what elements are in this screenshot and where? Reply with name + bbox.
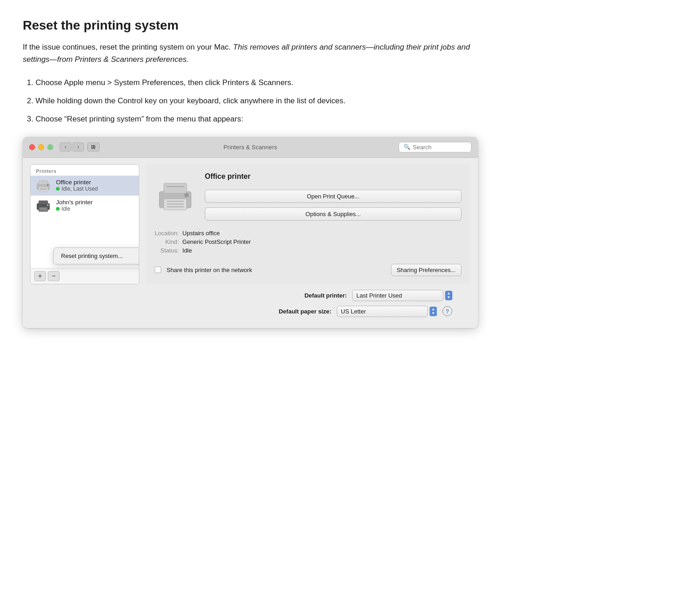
location-value: Upstairs office — [182, 230, 461, 237]
detail-header: Office printer Open Print Queue... Optio… — [155, 172, 461, 221]
johns-printer-info: John's printer Idle — [56, 199, 93, 212]
remove-printer-button[interactable]: − — [48, 271, 60, 281]
printer-detail-panel: Office printer Open Print Queue... Optio… — [146, 164, 471, 284]
main-content: Printers — [23, 158, 478, 284]
steps-list: Choose Apple menu > System Preferences, … — [35, 76, 478, 126]
svg-rect-7 — [39, 201, 48, 204]
status-value: Idle — [182, 247, 461, 254]
intro-text-normal: If the issue continues, reset the printi… — [23, 43, 231, 51]
svg-point-11 — [47, 204, 49, 206]
office-printer-status: Idle, Last Used — [56, 186, 98, 192]
johns-printer-name: John's printer — [56, 199, 93, 206]
printer-info-grid: Location: Upstairs office Kind: Generic … — [155, 230, 461, 254]
sidebar-item-office-printer[interactable]: Office printer Idle, Last Used — [30, 176, 139, 196]
default-paper-arrows[interactable]: ▲ ▼ — [430, 307, 437, 316]
kind-label: Kind: — [155, 238, 179, 245]
down-arrow-paper: ▼ — [431, 312, 435, 315]
svg-rect-19 — [167, 186, 184, 187]
default-paper-label: Default paper size: — [277, 308, 331, 315]
office-status-text: Idle, Last Used — [61, 186, 98, 192]
up-arrow-paper: ▲ — [431, 308, 435, 311]
svg-rect-13 — [164, 183, 187, 193]
office-status-dot — [56, 187, 60, 191]
office-printer-name: Office printer — [56, 179, 98, 186]
printer-detail-image — [155, 177, 196, 218]
sharing-preferences-button[interactable]: Sharing Preferences... — [391, 264, 461, 276]
up-arrow: ▲ — [447, 292, 451, 295]
open-print-queue-button[interactable]: Open Print Queue... — [205, 190, 461, 203]
svg-rect-3 — [40, 188, 47, 189]
office-printer-icon — [35, 179, 51, 192]
office-printer-info: Office printer Idle, Last Used — [56, 179, 98, 192]
svg-rect-16 — [167, 203, 184, 205]
search-input[interactable] — [413, 144, 466, 151]
back-button[interactable]: ‹ — [60, 142, 71, 151]
default-paper-value: US Letter — [341, 308, 366, 315]
default-printer-value: Last Printer Used — [356, 292, 402, 299]
fullscreen-button[interactable] — [47, 144, 53, 150]
nav-buttons: ‹ › — [60, 142, 84, 151]
default-paper-row: Default paper size: US Letter ▲ ▼ ? — [30, 306, 471, 317]
printer-detail-name: Office printer — [205, 172, 250, 181]
minimize-button[interactable] — [38, 144, 44, 150]
location-label: Location: — [155, 230, 179, 237]
default-paper-select[interactable]: US Letter — [337, 306, 428, 317]
johns-status-dot — [56, 207, 60, 211]
grid-button[interactable]: ⊞ — [87, 142, 100, 151]
step-3: Choose “Reset printing system” from the … — [35, 113, 478, 126]
johns-status-text: Idle — [61, 206, 70, 212]
detail-right: Office printer Open Print Queue... Optio… — [205, 172, 461, 221]
default-printer-dropdown-container: Last Printer Used ▲ ▼ — [352, 290, 452, 301]
help-button[interactable]: ? — [442, 306, 452, 316]
default-printer-label: Default printer: — [292, 292, 347, 299]
window-body: Printers — [23, 158, 478, 328]
intro-paragraph: If the issue continues, reset the printi… — [23, 41, 478, 66]
down-arrow: ▼ — [447, 296, 451, 299]
default-paper-dropdown-container: US Letter ▲ ▼ — [337, 306, 437, 317]
svg-rect-17 — [167, 206, 184, 207]
step-2: While holding down the Control key on yo… — [35, 95, 478, 107]
share-label: Share this printer on the network — [167, 267, 252, 273]
window-title: Printers & Scanners — [223, 144, 277, 151]
sidebar-item-johns-printer[interactable]: John's printer Idle — [30, 196, 139, 216]
page-title: Reset the printing system — [23, 18, 478, 33]
bottom-row: Default printer: Last Printer Used ▲ ▼ D… — [23, 284, 478, 319]
close-button[interactable] — [29, 144, 35, 150]
titlebar: ‹ › ⊞ Printers & Scanners 🔍 — [23, 137, 478, 158]
share-row: Share this printer on the network Sharin… — [155, 264, 461, 276]
search-bar[interactable]: 🔍 — [399, 142, 471, 152]
sidebar-header: Printers — [30, 165, 139, 176]
share-checkbox[interactable] — [155, 267, 161, 273]
printer-sidebar: Printers — [30, 164, 139, 284]
svg-rect-15 — [167, 201, 184, 202]
svg-point-18 — [184, 193, 189, 197]
context-menu-container: Reset printing system... — [30, 261, 139, 264]
reset-printing-system-menu-item[interactable]: Reset printing system... — [54, 250, 139, 262]
svg-rect-9 — [40, 208, 47, 209]
printer-action-buttons: Open Print Queue... Options & Supplies..… — [205, 190, 461, 221]
svg-point-5 — [47, 184, 49, 186]
default-printer-row: Default printer: Last Printer Used ▲ ▼ — [30, 290, 471, 301]
johns-printer-status: Idle — [56, 206, 93, 212]
traffic-lights — [29, 144, 53, 150]
svg-rect-10 — [40, 209, 47, 210]
sidebar-footer: + − — [30, 268, 139, 284]
add-printer-button[interactable]: + — [34, 271, 46, 281]
forward-button[interactable]: › — [72, 142, 84, 151]
options-supplies-button[interactable]: Options & Supplies... — [205, 207, 461, 221]
search-icon: 🔍 — [404, 144, 410, 150]
step-1: Choose Apple menu > System Preferences, … — [35, 76, 478, 89]
johns-printer-icon — [35, 199, 51, 212]
kind-value: Generic PostScript Printer — [182, 238, 461, 245]
mac-window: ‹ › ⊞ Printers & Scanners 🔍 Printers — [23, 137, 478, 328]
default-printer-arrows[interactable]: ▲ ▼ — [445, 291, 452, 300]
default-printer-select[interactable]: Last Printer Used — [352, 290, 443, 301]
status-label: Status: — [155, 247, 179, 254]
svg-rect-4 — [40, 189, 47, 190]
context-menu: Reset printing system... — [53, 247, 139, 264]
svg-rect-1 — [39, 181, 48, 184]
